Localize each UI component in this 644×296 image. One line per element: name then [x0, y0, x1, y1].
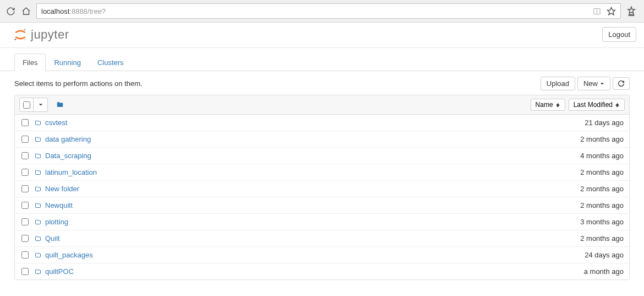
item-name-link[interactable]: New folder: [45, 185, 79, 193]
toolbar: Select items to perform actions on them.…: [0, 71, 644, 95]
url-bar[interactable]: localhost:8888/tree?: [36, 3, 621, 19]
url-text: localhost:8888/tree?: [41, 7, 587, 15]
item-modified: 24 days ago: [585, 251, 624, 259]
item-name-link[interactable]: Quilt: [45, 234, 60, 243]
list-item: data gathering2 months ago: [15, 131, 629, 148]
item-modified: 2 months ago: [580, 201, 624, 209]
list-item: Quilt2 months ago: [15, 230, 629, 247]
row-checkbox[interactable]: [21, 268, 29, 275]
item-name-link[interactable]: plotting: [45, 218, 68, 226]
list-item: quiltPOCa month ago: [15, 263, 629, 279]
list-item: Data_scraping4 months ago: [15, 148, 629, 164]
file-list-header-left: [19, 98, 64, 112]
select-dropdown[interactable]: [34, 98, 48, 112]
svg-point-8: [25, 39, 26, 40]
row-checkbox[interactable]: [21, 235, 29, 242]
item-name-link[interactable]: quiltPOC: [45, 267, 74, 276]
list-item: latinum_location2 months ago: [15, 164, 629, 181]
jupyter-header: jupyter Logout: [0, 23, 644, 48]
row-checkbox[interactable]: [21, 152, 29, 159]
item-name-link[interactable]: latinum_location: [45, 168, 97, 176]
arrow-up-icon: [555, 103, 560, 107]
tabs: FilesRunningClusters: [0, 48, 644, 71]
item-modified: 2 months ago: [580, 234, 624, 243]
select-all-checkbox-box[interactable]: [19, 98, 34, 112]
jupyter-logo-icon: [13, 28, 28, 42]
item-modified: 21 days ago: [585, 119, 624, 127]
refresh-icon[interactable]: [6, 6, 15, 16]
select-all-checkbox[interactable]: [23, 101, 30, 109]
folder-icon: [34, 219, 42, 225]
arrow-up-icon: [615, 103, 620, 107]
new-button[interactable]: New: [577, 77, 610, 90]
file-rows: csvtest21 days agodata gathering2 months…: [15, 115, 629, 279]
folder-icon: [34, 169, 42, 176]
item-modified: 2 months ago: [580, 185, 624, 193]
chrome-right-icons: [626, 6, 638, 16]
list-item: plotting3 months ago: [15, 214, 629, 230]
item-modified: a month ago: [584, 267, 624, 276]
row-checkbox[interactable]: [21, 218, 29, 225]
sort-name-label: Name: [536, 101, 553, 109]
toolbar-right: Upload New: [541, 77, 630, 90]
brand-text: jupyter: [31, 28, 69, 42]
item-modified: 2 months ago: [580, 168, 624, 176]
new-button-label: New: [583, 79, 598, 88]
sort-name-button[interactable]: Name: [531, 99, 565, 111]
item-name-link[interactable]: Newquilt: [45, 201, 73, 209]
jupyter-logo[interactable]: jupyter: [13, 28, 69, 42]
sort-modified-label: Last Modified: [574, 101, 613, 109]
file-list-header: Name Last Modified: [15, 95, 629, 115]
upload-button[interactable]: Upload: [541, 77, 575, 90]
tab-clusters[interactable]: Clusters: [89, 53, 132, 71]
hint-text: Select items to perform actions on them.: [14, 79, 143, 88]
file-list: Name Last Modified csvtest21 days agodat…: [14, 95, 630, 280]
tab-running[interactable]: Running: [46, 53, 89, 71]
bookmark-star-icon[interactable]: [606, 6, 616, 16]
item-modified: 2 months ago: [580, 135, 624, 143]
row-checkbox[interactable]: [21, 185, 29, 192]
refresh-button[interactable]: [613, 77, 630, 90]
bookmarks-icon[interactable]: [626, 6, 636, 16]
folder-icon: [34, 202, 42, 209]
row-checkbox[interactable]: [21, 119, 29, 126]
home-icon[interactable]: [21, 6, 31, 16]
svg-point-6: [24, 29, 26, 30]
list-item: quilt_packages24 days ago: [15, 247, 629, 263]
item-modified: 4 months ago: [580, 152, 624, 160]
browser-chrome: localhost:8888/tree?: [0, 0, 644, 23]
folder-icon: [34, 136, 42, 143]
row-checkbox[interactable]: [21, 251, 29, 259]
folder-icon: [34, 186, 42, 192]
caret-down-icon: [600, 82, 604, 86]
tab-files[interactable]: Files: [14, 53, 46, 71]
svg-marker-2: [607, 7, 615, 14]
refresh-icon: [618, 80, 625, 87]
logout-button[interactable]: Logout: [602, 27, 636, 42]
svg-marker-3: [628, 7, 635, 14]
folder-icon: [34, 252, 42, 259]
caret-down-icon: [39, 103, 43, 107]
row-checkbox[interactable]: [21, 136, 29, 143]
row-checkbox[interactable]: [21, 169, 29, 176]
sort-modified-button[interactable]: Last Modified: [569, 99, 625, 111]
file-list-header-right: Name Last Modified: [531, 99, 625, 111]
folder-icon: [34, 235, 42, 242]
breadcrumb-root-folder-icon[interactable]: [56, 101, 64, 109]
row-checkbox[interactable]: [21, 202, 29, 209]
folder-icon: [34, 120, 42, 126]
folder-icon: [34, 153, 42, 159]
item-name-link[interactable]: csvtest: [45, 119, 67, 127]
item-name-link[interactable]: Data_scraping: [45, 152, 91, 160]
list-item: Newquilt2 months ago: [15, 197, 629, 214]
item-modified: 3 months ago: [580, 218, 624, 226]
reader-mode-icon[interactable]: [592, 6, 602, 16]
svg-point-7: [15, 39, 17, 40]
item-name-link[interactable]: data gathering: [45, 135, 91, 143]
list-item: New folder2 months ago: [15, 181, 629, 197]
item-name-link[interactable]: quilt_packages: [45, 251, 93, 259]
folder-icon: [34, 268, 42, 275]
list-item: csvtest21 days ago: [15, 115, 629, 131]
